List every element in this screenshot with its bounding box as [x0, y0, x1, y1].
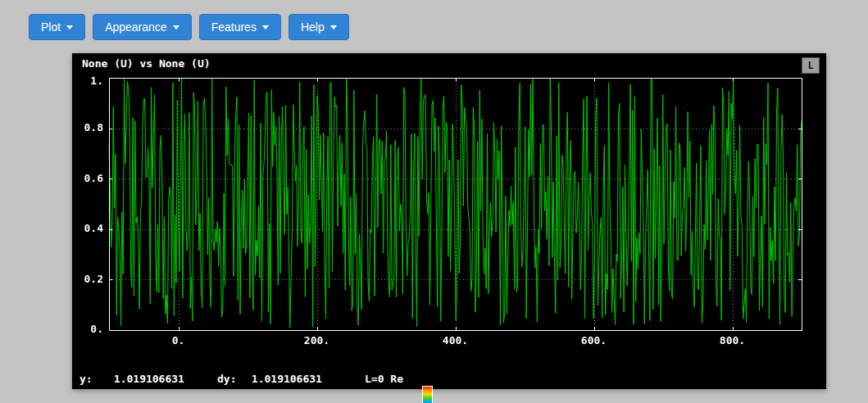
appearance-menu-label: Appearance: [105, 20, 167, 34]
caret-down-icon: [173, 25, 180, 29]
features-menu-button[interactable]: Features: [199, 14, 281, 40]
y-label: y:: [80, 373, 107, 386]
cursor-readout: y: 1.019106631 dy: 1.019106631 L=0 Re x:…: [80, 348, 414, 403]
plot-canvas[interactable]: [72, 75, 826, 345]
help-menu-label: Help: [301, 20, 325, 34]
toolbar: Plot Appearance Features Help: [29, 14, 349, 40]
y-value: 1.019106631: [107, 373, 184, 386]
dy-value: 1.019106631: [245, 373, 322, 386]
plot-menu-button[interactable]: Plot: [29, 14, 85, 40]
plot-menu-label: Plot: [41, 20, 61, 34]
plot-panel-header: None (U) vs None (U) L: [72, 53, 826, 75]
dy-label: dy:: [217, 373, 245, 386]
colormap-gradient: [422, 386, 433, 403]
caret-down-icon: [66, 25, 73, 29]
plot-title: None (U) vs None (U): [82, 57, 211, 70]
status-line-y: y: 1.019106631 dy: 1.019106631 L=0 Re: [80, 373, 414, 386]
plot-panel: None (U) vs None (U) L y: 1.019106631 dy…: [72, 53, 826, 389]
caret-down-icon: [262, 25, 269, 29]
help-menu-button[interactable]: Help: [289, 14, 349, 40]
status-bar: y: 1.019106631 dy: 1.019106631 L=0 Re x:…: [80, 348, 433, 403]
appearance-menu-button[interactable]: Appearance: [93, 14, 192, 40]
line-mode-label: L=0 Re: [365, 373, 414, 386]
caret-down-icon: [330, 25, 337, 29]
features-menu-label: Features: [211, 20, 257, 34]
layer-toggle-button[interactable]: L: [802, 57, 820, 74]
